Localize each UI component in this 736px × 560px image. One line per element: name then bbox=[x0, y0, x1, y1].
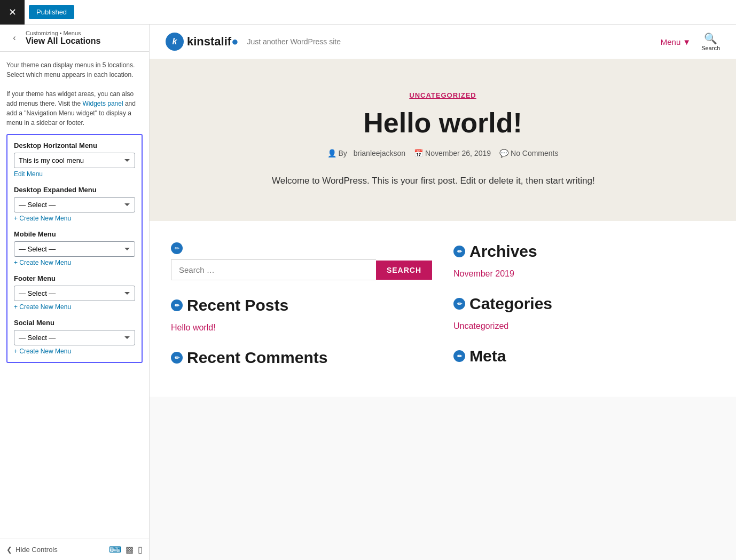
widgets-panel-link[interactable]: Widgets panel bbox=[83, 100, 123, 107]
mobile-menu-select[interactable]: — Select — bbox=[14, 241, 135, 257]
device-switcher: ⌨ ▩ ▯ bbox=[109, 545, 143, 555]
search-widget: ✏ SEARCH bbox=[171, 242, 432, 280]
sidebar-content: Your theme can display menus in 5 locati… bbox=[0, 52, 149, 539]
archive-1[interactable]: November 2019 bbox=[453, 269, 715, 279]
search-icon: 🔍 bbox=[704, 32, 717, 45]
post-content: Welcome to WordPress. This is your first… bbox=[272, 173, 614, 189]
site-tagline: Just another WordPress site bbox=[247, 37, 341, 46]
archives-heading: ✏ Archives bbox=[453, 242, 715, 261]
mobile-icon[interactable]: ▯ bbox=[138, 545, 143, 555]
site-logo-icon: k bbox=[166, 33, 184, 51]
post-category: UNCATEGORIZED bbox=[171, 91, 715, 99]
post-hero: UNCATEGORIZED Hello world! 👤 By brianlee… bbox=[150, 59, 736, 221]
meta-heading: ✏ Meta bbox=[453, 347, 715, 365]
sidebar-header: ‹ Customizing • Menus View All Locations bbox=[0, 25, 149, 52]
mobile-menu-label: Mobile Menu bbox=[14, 230, 135, 238]
sidebar-breadcrumb: Customizing • Menus bbox=[26, 30, 100, 36]
footer-menu-select[interactable]: — Select — bbox=[14, 286, 135, 301]
comment-icon: 💬 bbox=[499, 149, 508, 157]
publish-button[interactable]: Published bbox=[29, 5, 74, 19]
recent-posts-edit-icon: ✏ bbox=[171, 299, 183, 311]
tablet-icon[interactable]: ▩ bbox=[126, 545, 134, 555]
search-widget-edit-icon: ✏ bbox=[171, 242, 183, 254]
create-new-menu-link-3[interactable]: + Create New Menu bbox=[14, 303, 71, 311]
desc-text-1: Your theme can display menus in 5 locati… bbox=[6, 61, 135, 78]
hide-controls-label: Hide Controls bbox=[15, 546, 58, 554]
desktop-expanded-menu-group: Desktop Expanded Menu — Select — + Creat… bbox=[14, 186, 135, 223]
categories-edit-icon: ✏ bbox=[453, 298, 465, 310]
recent-comments-widget: ✏ Recent Comments bbox=[171, 349, 432, 367]
footer-menu-label: Footer Menu bbox=[14, 274, 135, 282]
site-logo-area: k kinstalif● Just another WordPress site bbox=[166, 33, 341, 51]
preview-pane: k kinstalif● Just another WordPress site… bbox=[150, 25, 736, 560]
calendar-icon: 📅 bbox=[414, 149, 423, 157]
archives-widget: ✏ Archives November 2019 bbox=[453, 242, 715, 279]
site-header: k kinstalif● Just another WordPress site… bbox=[150, 25, 736, 59]
recent-comments-edit-icon: ✏ bbox=[171, 352, 183, 364]
bottom-widgets: ✏ SEARCH ✏ Recent Posts Hello world! bbox=[150, 221, 736, 397]
categories-heading: ✏ Categories bbox=[453, 295, 715, 313]
categories-widget: ✏ Categories Uncategorized bbox=[453, 295, 715, 331]
create-new-menu-link-4[interactable]: + Create New Menu bbox=[14, 348, 71, 355]
sidebar-description: Your theme can display menus in 5 locati… bbox=[6, 60, 143, 128]
sidebar-bottom-bar: ❮ Hide Controls ⌨ ▩ ▯ bbox=[0, 539, 149, 560]
close-button[interactable]: ✕ bbox=[0, 0, 25, 25]
desktop-horizontal-select[interactable]: This is my cool menu bbox=[14, 153, 135, 168]
close-icon: ✕ bbox=[9, 6, 17, 18]
meta-edit-icon: ✏ bbox=[453, 350, 465, 362]
menu-nav-link[interactable]: Menu ▼ bbox=[661, 37, 691, 46]
social-menu-group: Social Menu — Select — + Create New Menu bbox=[14, 319, 135, 356]
desktop-expanded-select[interactable]: — Select — bbox=[14, 197, 135, 212]
search-nav-button[interactable]: 🔍 Search bbox=[701, 32, 720, 51]
author-person-icon: 👤 bbox=[327, 149, 336, 157]
back-button[interactable]: ‹ bbox=[6, 30, 22, 46]
post-title: Hello world! bbox=[171, 108, 715, 138]
recent-post-1[interactable]: Hello world! bbox=[171, 323, 432, 333]
search-submit-button[interactable]: SEARCH bbox=[376, 261, 432, 280]
desktop-horizontal-label: Desktop Horizontal Menu bbox=[14, 141, 135, 149]
left-widget-column: ✏ SEARCH ✏ Recent Posts Hello world! bbox=[171, 242, 432, 375]
archives-edit-icon: ✏ bbox=[453, 246, 465, 257]
sidebar: ‹ Customizing • Menus View All Locations… bbox=[0, 25, 150, 560]
search-input[interactable] bbox=[171, 259, 376, 280]
chevron-down-icon: ▼ bbox=[683, 37, 691, 46]
recent-posts-heading: ✏ Recent Posts bbox=[171, 296, 432, 314]
post-date: 📅 November 26, 2019 bbox=[414, 149, 491, 157]
social-menu-select[interactable]: — Select — bbox=[14, 330, 135, 345]
create-new-menu-link-2[interactable]: + Create New Menu bbox=[14, 259, 71, 266]
post-author: 👤 By brianleejackson bbox=[327, 149, 406, 157]
chevron-left-icon: ❮ bbox=[6, 546, 12, 554]
edit-menu-link[interactable]: Edit Menu bbox=[14, 170, 43, 178]
recent-posts-widget: ✏ Recent Posts Hello world! bbox=[171, 296, 432, 333]
post-comments: 💬 No Comments bbox=[499, 149, 558, 157]
social-menu-label: Social Menu bbox=[14, 319, 135, 327]
search-nav-label: Search bbox=[701, 45, 720, 51]
hide-controls-button[interactable]: ❮ Hide Controls bbox=[6, 546, 58, 554]
site-name: kinstalif● bbox=[187, 35, 238, 49]
menu-locations-section: Desktop Horizontal Menu This is my cool … bbox=[6, 134, 143, 363]
create-new-menu-link-1[interactable]: + Create New Menu bbox=[14, 215, 71, 222]
site-navigation: Menu ▼ 🔍 Search bbox=[661, 32, 720, 51]
mobile-menu-group: Mobile Menu — Select — + Create New Menu bbox=[14, 230, 135, 267]
category-1[interactable]: Uncategorized bbox=[453, 321, 715, 331]
desktop-expanded-label: Desktop Expanded Menu bbox=[14, 186, 135, 194]
footer-menu-group: Footer Menu — Select — + Create New Menu bbox=[14, 274, 135, 311]
desktop-horizontal-menu-group: Desktop Horizontal Menu This is my cool … bbox=[14, 141, 135, 178]
right-widget-column: ✏ Archives November 2019 ✏ Categories Un… bbox=[453, 242, 715, 375]
meta-widget: ✏ Meta bbox=[453, 347, 715, 365]
recent-comments-heading: ✏ Recent Comments bbox=[171, 349, 432, 367]
post-meta: 👤 By brianleejackson 📅 November 26, 2019… bbox=[171, 149, 715, 157]
desktop-icon[interactable]: ⌨ bbox=[109, 545, 121, 555]
sidebar-title: View All Locations bbox=[26, 36, 100, 46]
